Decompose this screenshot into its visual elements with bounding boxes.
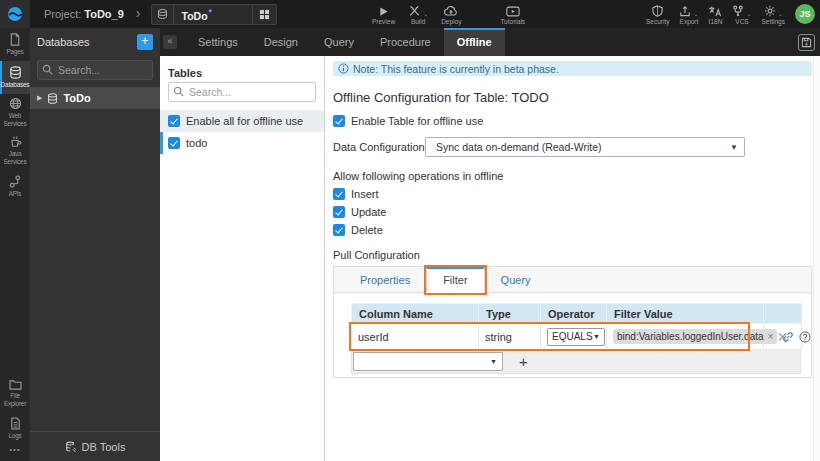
tab-filter[interactable]: Filter xyxy=(426,267,484,293)
caret-down-icon: ▼ xyxy=(490,358,497,365)
update-operation-row: Update xyxy=(333,206,812,218)
add-database-button[interactable]: + xyxy=(137,34,153,50)
col-header-filter-value: Filter Value xyxy=(607,304,764,324)
databases-panel-header: Databases + xyxy=(30,28,160,56)
filter-value-cell: bind:Variables.loggedInUser.data × xyxy=(607,324,764,350)
topbar: Project:ToDo_9 › ToDo* Preview ⌄ Build xyxy=(0,0,820,28)
export-icon: ⌄ xyxy=(679,4,698,17)
update-checkbox[interactable] xyxy=(333,206,345,218)
rail-item-databases[interactable]: Databases xyxy=(0,61,30,94)
rail-bottom-group: File Explorer Logs ••• xyxy=(0,376,30,461)
insert-operation-row: Insert xyxy=(333,188,812,200)
enable-all-checkbox[interactable] xyxy=(168,115,180,127)
database-icon xyxy=(47,93,58,104)
help-icon[interactable] xyxy=(799,331,811,343)
col-header-type: Type xyxy=(479,304,541,324)
collapse-panel-button[interactable]: « xyxy=(163,35,177,49)
column-name-cell[interactable]: userId xyxy=(352,324,479,350)
filter-table: Column Name Type Operator Filter Value u… xyxy=(351,303,802,350)
save-icon xyxy=(801,37,812,48)
tab-offline[interactable]: Offline xyxy=(444,28,505,56)
security-button[interactable]: Security xyxy=(646,0,669,28)
rail-label: Web Services xyxy=(0,112,30,128)
tables-search-input[interactable] xyxy=(168,82,316,102)
save-export-button[interactable] xyxy=(798,34,815,51)
update-label: Update xyxy=(351,206,386,218)
editor-tabbar: « Settings Design Query Procedure Offlin… xyxy=(160,28,820,56)
data-configuration-select[interactable]: Sync data on-demand (Read-Write) ▼ xyxy=(425,137,745,157)
todo-table-checkbox[interactable] xyxy=(168,137,180,149)
vcs-button[interactable]: ⌄ VCS xyxy=(732,0,751,28)
col-header-actions xyxy=(764,304,802,324)
database-item-todo[interactable]: ▶ ToDo xyxy=(30,87,160,109)
tab-query[interactable]: Query xyxy=(311,28,367,56)
branch-icon: ⌄ xyxy=(732,4,751,17)
clear-bind-icon[interactable]: × xyxy=(768,331,774,342)
rail-label: Logs xyxy=(8,432,21,440)
app-logo[interactable] xyxy=(0,0,30,28)
settings-button[interactable]: ⌄ Settings xyxy=(762,0,786,28)
user-avatar[interactable]: JS xyxy=(795,4,815,24)
rail-item-pages[interactable]: Pages xyxy=(0,28,30,61)
tables-panel: Tables Enable all for offline use todo xyxy=(160,56,325,461)
gear-icon: ⌄ xyxy=(764,4,783,17)
tab-pull-query[interactable]: Query xyxy=(485,267,547,292)
type-cell: string xyxy=(479,324,541,350)
rail-label: Pages xyxy=(6,48,23,56)
caret-down-icon: ▼ xyxy=(730,143,738,152)
open-document-tab[interactable]: ToDo* xyxy=(151,4,277,25)
expand-caret-icon[interactable]: ▶ xyxy=(37,94,42,102)
i18n-button[interactable]: I18N xyxy=(708,0,722,28)
data-configuration-row: Data Configuration Sync data on-demand (… xyxy=(333,137,812,157)
rail-item-java-services[interactable]: Java Services xyxy=(0,132,30,170)
vcs-label: VCS xyxy=(735,18,748,25)
play-icon xyxy=(378,4,389,17)
topbar-utilities: Security ⌄ Export I18N ⌄ VCS ⌄ Settings … xyxy=(646,0,815,28)
rail-label: File Explorer xyxy=(0,392,30,408)
new-column-select[interactable]: ▼ xyxy=(353,352,503,371)
chevron-down-icon: ⌄ xyxy=(693,10,698,17)
pull-configuration-panel: Properties Filter Query Column Name Type… xyxy=(333,266,812,378)
delete-checkbox[interactable] xyxy=(333,224,345,236)
operator-cell: EQUALS ▼ xyxy=(541,324,607,350)
search-icon xyxy=(173,86,184,97)
tab-procedure[interactable]: Procedure xyxy=(367,28,444,56)
bind-value-chip[interactable]: bind:Variables.loggedInUser.data × xyxy=(613,329,777,344)
insert-checkbox[interactable] xyxy=(333,188,345,200)
document-title-text: ToDo xyxy=(182,9,208,21)
export-button[interactable]: ⌄ Export xyxy=(679,0,698,28)
databases-panel-title: Databases xyxy=(37,36,90,48)
operator-value: EQUALS xyxy=(552,331,593,342)
delete-label: Delete xyxy=(351,224,383,236)
tab-design[interactable]: Design xyxy=(251,28,311,56)
deploy-label: Deploy xyxy=(441,18,461,25)
folder-icon xyxy=(9,379,22,390)
beta-note-text: Note: This feature is currently in beta … xyxy=(353,63,559,75)
grid-view-icon[interactable] xyxy=(252,5,276,24)
enable-table-checkbox[interactable] xyxy=(333,115,345,127)
db-tools-button[interactable]: DB Tools xyxy=(30,431,160,461)
scrollbar-track[interactable] xyxy=(813,56,820,461)
deploy-button[interactable]: Deploy xyxy=(441,0,461,28)
database-icon xyxy=(152,5,174,24)
rail-item-file-explorer[interactable]: File Explorer xyxy=(0,376,30,412)
tab-settings[interactable]: Settings xyxy=(185,28,251,56)
add-filter-button[interactable]: + xyxy=(519,354,528,369)
i18n-label-export: Export xyxy=(680,18,699,25)
operator-select[interactable]: EQUALS ▼ xyxy=(547,328,605,346)
rail-item-logs[interactable]: Logs xyxy=(0,412,30,445)
rail-item-web-services[interactable]: Web Services xyxy=(0,94,30,132)
build-button[interactable]: ⌄ Build xyxy=(408,0,428,28)
table-row-todo[interactable]: todo xyxy=(160,132,324,154)
bind-value-text: bind:Variables.loggedInUser.data xyxy=(617,331,764,342)
todo-table-label: todo xyxy=(186,137,207,149)
databases-search-input[interactable] xyxy=(37,60,153,80)
chevron-down-icon: ⌄ xyxy=(423,10,428,17)
tab-properties[interactable]: Properties xyxy=(344,267,426,292)
more-options-icon[interactable]: ••• xyxy=(0,445,30,461)
chevron-right-icon: › xyxy=(136,5,141,21)
preview-button[interactable]: Preview xyxy=(372,0,395,28)
rail-item-apis[interactable]: APIs xyxy=(0,170,30,203)
enable-all-offline-row[interactable]: Enable all for offline use xyxy=(160,110,324,132)
tutorials-button[interactable]: Tutorials xyxy=(500,0,525,28)
